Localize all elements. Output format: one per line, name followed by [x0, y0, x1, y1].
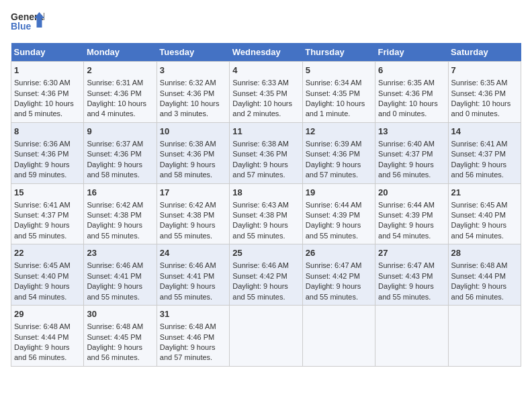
daylight-text: Daylight: 9 hours and 56 minutes.	[14, 343, 70, 361]
calendar-cell	[230, 306, 302, 367]
day-number: 12	[306, 126, 372, 138]
sunrise-text: Sunrise: 6:44 AM	[306, 201, 362, 209]
daylight-text: Daylight: 9 hours and 56 minutes.	[451, 282, 507, 300]
day-number: 29	[14, 308, 81, 320]
daylight-text: Daylight: 9 hours and 55 minutes.	[306, 221, 361, 239]
day-number: 2	[87, 64, 153, 77]
sunrise-text: Sunrise: 6:46 AM	[87, 261, 143, 269]
daylight-text: Daylight: 9 hours and 55 minutes.	[160, 221, 216, 239]
calendar-cell: 14Sunrise: 6:41 AMSunset: 4:37 PMDayligh…	[448, 122, 521, 183]
sunrise-text: Sunrise: 6:41 AM	[451, 140, 508, 148]
sunset-text: Sunset: 4:38 PM	[87, 211, 141, 219]
calendar-cell: 13Sunrise: 6:40 AMSunset: 4:37 PMDayligh…	[375, 122, 448, 183]
daylight-text: Daylight: 9 hours and 57 minutes.	[306, 161, 361, 179]
calendar-cell: 31Sunrise: 6:48 AMSunset: 4:46 PMDayligh…	[157, 306, 229, 367]
daylight-text: Daylight: 10 hours and 0 minutes.	[378, 99, 438, 118]
sunset-text: Sunset: 4:36 PM	[451, 89, 506, 97]
daylight-text: Daylight: 10 hours and 4 minutes.	[87, 99, 146, 118]
calendar-cell: 9Sunrise: 6:37 AMSunset: 4:36 PMDaylight…	[84, 122, 157, 183]
calendar-table: SundayMondayTuesdayWednesdayThursdayFrid…	[11, 43, 521, 367]
day-number: 3	[160, 64, 226, 77]
calendar-cell: 1Sunrise: 6:30 AMSunset: 4:36 PMDaylight…	[11, 62, 84, 123]
calendar-cell: 26Sunrise: 6:47 AMSunset: 4:42 PMDayligh…	[302, 244, 375, 306]
daylight-text: Daylight: 9 hours and 55 minutes.	[14, 221, 70, 239]
day-number: 15	[14, 187, 81, 199]
day-number: 31	[160, 308, 226, 320]
logo-svg: General Blue	[11, 11, 44, 38]
header-cell-wednesday: Wednesday	[230, 43, 302, 62]
day-number: 19	[306, 187, 372, 199]
daylight-text: Daylight: 10 hours and 2 minutes.	[232, 99, 292, 118]
sunset-text: Sunset: 4:36 PM	[14, 89, 69, 97]
calendar-cell: 5Sunrise: 6:34 AMSunset: 4:35 PMDaylight…	[302, 62, 375, 123]
sunset-text: Sunset: 4:36 PM	[232, 150, 287, 158]
sunrise-text: Sunrise: 6:31 AM	[87, 79, 143, 87]
daylight-text: Daylight: 9 hours and 55 minutes.	[232, 221, 288, 239]
calendar-cell	[375, 306, 448, 367]
calendar-cell: 20Sunrise: 6:44 AMSunset: 4:39 PMDayligh…	[375, 183, 448, 244]
sunset-text: Sunset: 4:36 PM	[306, 150, 360, 158]
header-cell-friday: Friday	[375, 43, 448, 62]
calendar-cell: 7Sunrise: 6:35 AMSunset: 4:36 PMDaylight…	[448, 62, 521, 123]
calendar-cell: 2Sunrise: 6:31 AMSunset: 4:36 PMDaylight…	[84, 62, 157, 123]
calendar-cell: 8Sunrise: 6:36 AMSunset: 4:36 PMDaylight…	[11, 122, 84, 183]
sunset-text: Sunset: 4:35 PM	[306, 89, 360, 97]
sunrise-text: Sunrise: 6:35 AM	[378, 79, 435, 87]
sunset-text: Sunset: 4:42 PM	[232, 272, 287, 280]
calendar-cell: 6Sunrise: 6:35 AMSunset: 4:36 PMDaylight…	[375, 62, 448, 123]
daylight-text: Daylight: 9 hours and 55 minutes.	[306, 282, 361, 300]
daylight-text: Daylight: 9 hours and 54 minutes.	[14, 282, 70, 300]
sunrise-text: Sunrise: 6:46 AM	[160, 261, 216, 269]
daylight-text: Daylight: 9 hours and 54 minutes.	[378, 221, 434, 239]
sunrise-text: Sunrise: 6:37 AM	[87, 140, 143, 148]
header-cell-sunday: Sunday	[11, 43, 84, 62]
day-number: 26	[306, 247, 372, 259]
daylight-text: Daylight: 9 hours and 57 minutes.	[232, 161, 288, 179]
calendar-cell: 24Sunrise: 6:46 AMSunset: 4:41 PMDayligh…	[157, 244, 229, 306]
daylight-text: Daylight: 9 hours and 54 minutes.	[451, 221, 507, 239]
header-cell-tuesday: Tuesday	[157, 43, 229, 62]
sunrise-text: Sunrise: 6:35 AM	[451, 79, 508, 87]
day-number: 5	[306, 64, 372, 77]
sunrise-text: Sunrise: 6:46 AM	[232, 261, 289, 269]
daylight-text: Daylight: 9 hours and 55 minutes.	[378, 282, 434, 300]
daylight-text: Daylight: 9 hours and 56 minutes.	[87, 343, 142, 361]
daylight-text: Daylight: 9 hours and 55 minutes.	[160, 282, 216, 300]
sunset-text: Sunset: 4:39 PM	[306, 211, 360, 219]
sunset-text: Sunset: 4:43 PM	[378, 272, 433, 280]
day-number: 20	[378, 187, 445, 199]
day-number: 25	[232, 247, 299, 259]
sunset-text: Sunset: 4:38 PM	[160, 211, 214, 219]
sunset-text: Sunset: 4:41 PM	[160, 272, 214, 280]
sunrise-text: Sunrise: 6:33 AM	[232, 79, 289, 87]
day-number: 10	[160, 126, 226, 138]
day-number: 6	[378, 64, 445, 77]
sunset-text: Sunset: 4:39 PM	[378, 211, 433, 219]
calendar-cell: 18Sunrise: 6:43 AMSunset: 4:38 PMDayligh…	[230, 183, 302, 244]
week-row-4: 22Sunrise: 6:45 AMSunset: 4:40 PMDayligh…	[11, 244, 521, 306]
day-number: 14	[451, 126, 518, 138]
sunrise-text: Sunrise: 6:47 AM	[378, 261, 435, 269]
sunrise-text: Sunrise: 6:45 AM	[451, 201, 508, 209]
day-number: 7	[451, 64, 518, 77]
week-row-5: 29Sunrise: 6:48 AMSunset: 4:44 PMDayligh…	[11, 306, 521, 367]
sunset-text: Sunset: 4:37 PM	[378, 150, 433, 158]
day-number: 28	[451, 247, 518, 259]
sunset-text: Sunset: 4:44 PM	[451, 272, 506, 280]
day-number: 13	[378, 126, 445, 138]
sunrise-text: Sunrise: 6:48 AM	[160, 322, 216, 330]
sunrise-text: Sunrise: 6:30 AM	[14, 79, 71, 87]
daylight-text: Daylight: 9 hours and 55 minutes.	[87, 221, 142, 239]
header-cell-monday: Monday	[84, 43, 157, 62]
calendar-cell: 19Sunrise: 6:44 AMSunset: 4:39 PMDayligh…	[302, 183, 375, 244]
header-cell-thursday: Thursday	[302, 43, 375, 62]
calendar-cell: 17Sunrise: 6:42 AMSunset: 4:38 PMDayligh…	[157, 183, 229, 244]
daylight-text: Daylight: 9 hours and 55 minutes.	[87, 282, 142, 300]
sunrise-text: Sunrise: 6:48 AM	[451, 261, 508, 269]
calendar-cell: 11Sunrise: 6:38 AMSunset: 4:36 PMDayligh…	[230, 122, 302, 183]
daylight-text: Daylight: 9 hours and 56 minutes.	[378, 161, 434, 179]
header-cell-saturday: Saturday	[448, 43, 521, 62]
sunset-text: Sunset: 4:36 PM	[378, 89, 433, 97]
daylight-text: Daylight: 9 hours and 57 minutes.	[160, 343, 216, 361]
sunset-text: Sunset: 4:37 PM	[451, 150, 506, 158]
